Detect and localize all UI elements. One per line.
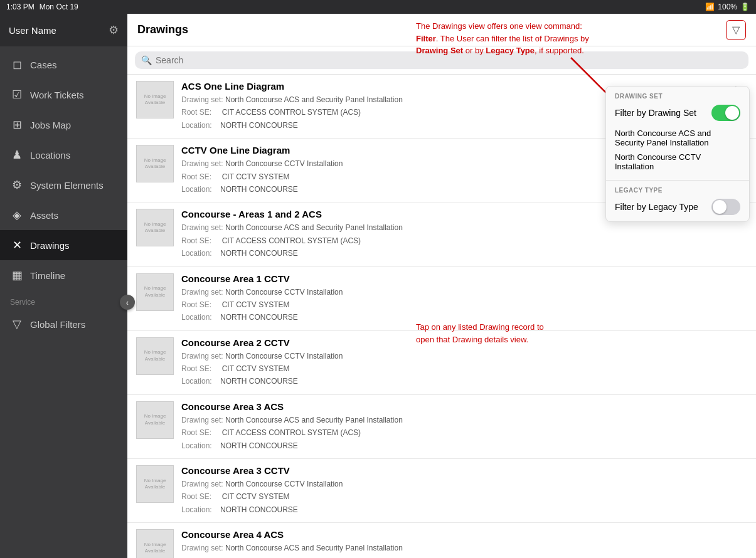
sidebar-item-assets-label: Assets xyxy=(30,210,58,221)
sidebar-item-system-elements[interactable]: ⚙ System Elements xyxy=(0,170,127,200)
sidebar-item-work-tickets[interactable]: ☑ Work Tickets xyxy=(0,80,127,110)
drawing-list-item[interactable]: No ImageAvailable Concourse Area 3 CCTV … xyxy=(127,459,756,523)
drawing-thumbnail: No ImageAvailable xyxy=(136,81,174,118)
drawing-info: Concourse Area 1 CCTV Drawing set: North… xyxy=(181,273,747,324)
drawing-thumbnail: No ImageAvailable xyxy=(136,337,174,375)
sidebar-item-drawings[interactable]: ✕ Drawings xyxy=(0,230,127,260)
timeline-icon: ▦ xyxy=(10,268,24,282)
drawing-info: Concourse Area 4 ACS Drawing set: North … xyxy=(181,529,747,558)
battery-icon: 🔋 xyxy=(740,3,750,11)
sidebar-item-cases[interactable]: ◻ Cases xyxy=(0,50,127,80)
sidebar-collapse-button[interactable]: ‹ xyxy=(120,295,135,310)
sidebar-item-assets[interactable]: ◈ Assets xyxy=(0,200,127,230)
drawing-info: CCTV One Line Diagram Drawing set: North… xyxy=(181,145,747,196)
drawings-icon: ✕ xyxy=(10,238,24,252)
drawing-info: Concourse Area 2 CCTV Drawing set: North… xyxy=(181,337,747,388)
drawing-list: No ImageAvailable ACS One Line Diagram D… xyxy=(127,75,756,558)
drawing-list-item[interactable]: No ImageAvailable Concourse Area 2 CCTV … xyxy=(127,331,756,395)
assets-icon: ◈ xyxy=(10,208,24,222)
drawing-name: Concourse Area 4 ACS xyxy=(181,529,747,540)
search-bar: 🔍 xyxy=(127,46,756,75)
drawing-thumbnail: No ImageAvailable xyxy=(136,401,174,439)
drawing-info: Concourse Area 3 CCTV Drawing set: North… xyxy=(181,465,747,516)
battery-percent: 100% xyxy=(718,3,737,11)
filter-button[interactable]: ▽ xyxy=(726,20,746,40)
drawing-thumbnail: No ImageAvailable xyxy=(136,529,174,558)
drawing-name: Concourse Area 3 ACS xyxy=(181,401,747,412)
sidebar-item-global-filters[interactable]: ▽ Global Filters xyxy=(0,309,127,339)
sidebar-item-timeline[interactable]: ▦ Timeline xyxy=(0,260,127,290)
drawing-thumbnail: No ImageAvailable xyxy=(136,273,174,311)
status-bar: 1:03 PM Mon Oct 19 📶 100% 🔋 xyxy=(0,0,756,14)
drawing-list-item[interactable]: No ImageAvailable Concourse Area 1 CCTV … xyxy=(127,267,756,331)
sidebar-item-system-elements-label: System Elements xyxy=(30,180,104,191)
status-day: Mon Oct 19 xyxy=(40,3,78,11)
sidebar-item-timeline-label: Timeline xyxy=(30,270,65,281)
sidebar-item-drawings-label: Drawings xyxy=(30,240,70,251)
sidebar-item-locations-label: Locations xyxy=(30,150,70,161)
sidebar-item-work-tickets-label: Work Tickets xyxy=(30,90,84,100)
sidebar-item-cases-label: Cases xyxy=(30,60,57,70)
search-input[interactable] xyxy=(156,55,742,65)
locations-icon: ♟ xyxy=(10,148,24,162)
work-tickets-icon: ☑ xyxy=(10,88,24,102)
sidebar-item-global-filters-label: Global Filters xyxy=(30,319,85,330)
gear-icon[interactable]: ⚙ xyxy=(109,23,119,37)
username: User Name xyxy=(9,25,56,36)
cases-icon: ◻ xyxy=(10,58,24,71)
sidebar-item-locations[interactable]: ♟ Locations xyxy=(0,140,127,170)
drawing-name: ACS One Line Diagram xyxy=(181,81,747,92)
drawing-thumbnail: No ImageAvailable xyxy=(136,465,174,503)
drawing-name: Concourse - Areas 1 and 2 ACS xyxy=(181,209,747,219)
main-content: Drawings ▽ 🔍 No ImageAvailable ACS One L… xyxy=(127,14,756,558)
sidebar-nav: ◻ Cases ☑ Work Tickets ⊞ Jobs Map ♟ Loca… xyxy=(0,46,127,558)
sidebar-item-jobs-map-label: Jobs Map xyxy=(30,120,71,130)
search-input-wrap[interactable]: 🔍 xyxy=(135,51,748,69)
filter-icon: ▽ xyxy=(732,24,740,36)
drawing-list-item[interactable]: No ImageAvailable ACS One Line Diagram D… xyxy=(127,75,756,139)
drawing-thumbnail: No ImageAvailable xyxy=(136,209,174,246)
drawing-thumbnail: No ImageAvailable xyxy=(136,145,174,182)
sidebar-header: User Name ⚙ xyxy=(0,14,127,46)
drawing-name: CCTV One Line Diagram xyxy=(181,145,747,155)
drawing-name: Concourse Area 1 CCTV xyxy=(181,273,747,284)
global-filters-icon: ▽ xyxy=(10,317,24,331)
system-elements-icon: ⚙ xyxy=(10,178,24,192)
drawing-name: Concourse Area 3 CCTV xyxy=(181,465,747,476)
drawing-info: Concourse - Areas 1 and 2 ACS Drawing se… xyxy=(181,209,747,260)
drawing-list-item[interactable]: No ImageAvailable CCTV One Line Diagram … xyxy=(127,139,756,203)
jobs-map-icon: ⊞ xyxy=(10,118,24,132)
search-icon: 🔍 xyxy=(141,55,152,65)
wifi-icon: 📶 xyxy=(705,3,715,11)
drawing-list-item[interactable]: No ImageAvailable Concourse - Areas 1 an… xyxy=(127,203,756,266)
drawings-header: Drawings ▽ xyxy=(127,14,756,46)
drawing-info: Concourse Area 3 ACS Drawing set: North … xyxy=(181,401,747,452)
page-title: Drawings xyxy=(137,23,188,36)
status-time: 1:03 PM xyxy=(6,3,35,11)
drawing-list-item[interactable]: No ImageAvailable Concourse Area 3 ACS D… xyxy=(127,395,756,459)
sidebar: User Name ⚙ ◻ Cases ☑ Work Tickets ⊞ Job… xyxy=(0,14,127,558)
drawing-info: ACS One Line Diagram Drawing set: North … xyxy=(181,81,747,132)
service-section-label: Service xyxy=(0,290,127,309)
sidebar-item-jobs-map[interactable]: ⊞ Jobs Map xyxy=(0,110,127,140)
drawing-list-item[interactable]: No ImageAvailable Concourse Area 4 ACS D… xyxy=(127,523,756,558)
drawing-name: Concourse Area 2 CCTV xyxy=(181,337,747,348)
